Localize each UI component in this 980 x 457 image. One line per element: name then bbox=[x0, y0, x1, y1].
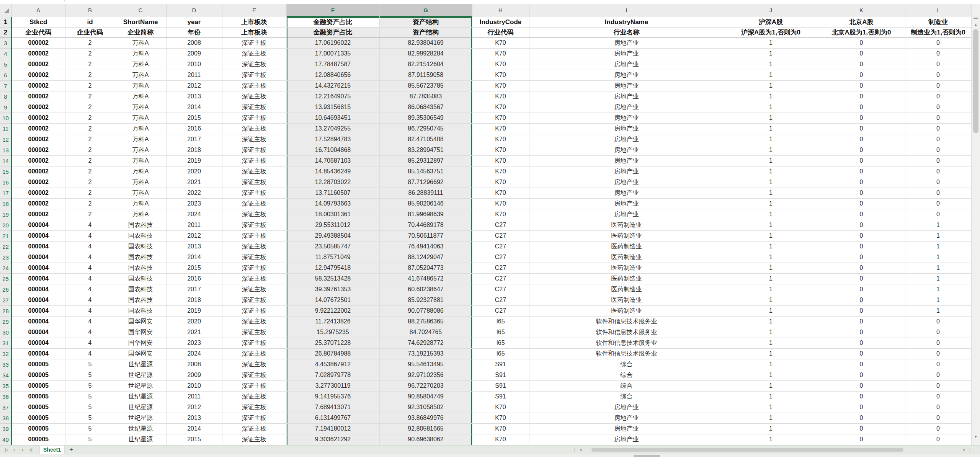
cell-D30[interactable]: 2021 bbox=[166, 327, 222, 338]
cell-E28[interactable]: 深证主板 bbox=[222, 305, 286, 316]
cell-K39[interactable]: 0 bbox=[818, 423, 905, 434]
cell-G32[interactable]: 73.19215393 bbox=[379, 348, 472, 359]
cell-J8[interactable]: 1 bbox=[724, 91, 818, 102]
next-sheet-button[interactable]: › bbox=[20, 446, 25, 454]
column-header-G[interactable]: G bbox=[379, 4, 472, 17]
cell-F22[interactable]: 23.50585747 bbox=[286, 241, 379, 252]
cell-J30[interactable]: 1 bbox=[724, 327, 818, 338]
cell-A26[interactable]: 000004 bbox=[11, 284, 65, 295]
cell-E1[interactable]: 上市板块 bbox=[222, 17, 286, 27]
cell-C17[interactable]: 万科A bbox=[115, 188, 166, 198]
cell-C35[interactable]: 世纪星源 bbox=[115, 380, 166, 391]
cell-C3[interactable]: 万科A bbox=[115, 38, 166, 48]
row-header-27[interactable]: 27 bbox=[0, 295, 11, 305]
cell-H24[interactable]: C27 bbox=[472, 263, 529, 273]
cell-J18[interactable]: 1 bbox=[724, 198, 818, 209]
cell-G7[interactable]: 85.56723785 bbox=[379, 80, 472, 91]
cell-E8[interactable]: 深证主板 bbox=[222, 91, 286, 102]
cell-H23[interactable]: C27 bbox=[472, 252, 529, 263]
cell-F23[interactable]: 11.87571049 bbox=[286, 252, 379, 263]
cell-K17[interactable]: 0 bbox=[818, 188, 905, 198]
cell-C16[interactable]: 万科A bbox=[115, 177, 166, 188]
cell-F13[interactable]: 16.71004868 bbox=[286, 145, 379, 155]
cell-I33[interactable]: 综合 bbox=[529, 359, 724, 370]
cell-E16[interactable]: 深证主板 bbox=[222, 177, 286, 188]
cell-L28[interactable]: 1 bbox=[905, 305, 971, 316]
row-header-32[interactable]: 32 bbox=[0, 348, 11, 359]
row-header-38[interactable]: 38 bbox=[0, 413, 11, 423]
row-header-34[interactable]: 34 bbox=[0, 370, 11, 380]
cell-H35[interactable]: S91 bbox=[472, 380, 529, 391]
cell-G16[interactable]: 87.71296692 bbox=[379, 177, 472, 188]
cell-H20[interactable]: C27 bbox=[472, 220, 529, 230]
cell-H36[interactable]: S91 bbox=[472, 391, 529, 402]
cell-G40[interactable]: 90.69638062 bbox=[379, 434, 472, 445]
cell-G11[interactable]: 86.72950745 bbox=[379, 123, 472, 134]
cell-G36[interactable]: 90.85804749 bbox=[379, 391, 472, 402]
cell-A38[interactable]: 000005 bbox=[11, 413, 65, 423]
cell-I18[interactable]: 房地产业 bbox=[529, 198, 724, 209]
cell-D16[interactable]: 2021 bbox=[166, 177, 222, 188]
cell-F21[interactable]: 29.49388504 bbox=[286, 230, 379, 241]
cell-K1[interactable]: 北京A股 bbox=[818, 17, 905, 27]
cell-I23[interactable]: 医药制造业 bbox=[529, 252, 724, 263]
cell-I36[interactable]: 综合 bbox=[529, 391, 724, 402]
cell-H1[interactable]: IndustryCode bbox=[472, 17, 529, 27]
row-header-19[interactable]: 19 bbox=[0, 209, 11, 220]
cell-I22[interactable]: 医药制造业 bbox=[529, 241, 724, 252]
first-sheet-button[interactable]: |‹ bbox=[3, 446, 10, 454]
cell-K21[interactable]: 0 bbox=[818, 230, 905, 241]
row-header-14[interactable]: 14 bbox=[0, 155, 11, 166]
cell-K31[interactable]: 0 bbox=[818, 338, 905, 348]
cell-D38[interactable]: 2013 bbox=[166, 413, 222, 423]
cell-A36[interactable]: 000005 bbox=[11, 391, 65, 402]
row-header-6[interactable]: 6 bbox=[0, 70, 11, 80]
cell-H7[interactable]: K70 bbox=[472, 80, 529, 91]
cell-C18[interactable]: 万科A bbox=[115, 198, 166, 209]
row-header-37[interactable]: 37 bbox=[0, 402, 11, 413]
cell-J37[interactable]: 1 bbox=[724, 402, 818, 413]
cell-F26[interactable]: 39.39761353 bbox=[286, 284, 379, 295]
last-sheet-button[interactable]: ›| bbox=[28, 446, 34, 454]
cell-B14[interactable]: 2 bbox=[65, 155, 115, 166]
cell-A7[interactable]: 000002 bbox=[11, 80, 65, 91]
cell-I20[interactable]: 医药制造业 bbox=[529, 220, 724, 230]
cell-L27[interactable]: 1 bbox=[905, 295, 971, 305]
column-header-A[interactable]: A bbox=[11, 4, 65, 17]
cell-A5[interactable]: 000002 bbox=[11, 59, 65, 70]
cell-D2[interactable]: 年份 bbox=[166, 27, 222, 38]
cell-E18[interactable]: 深证主板 bbox=[222, 198, 286, 209]
cell-I19[interactable]: 房地产业 bbox=[529, 209, 724, 220]
cell-J23[interactable]: 1 bbox=[724, 252, 818, 263]
cell-I21[interactable]: 医药制造业 bbox=[529, 230, 724, 241]
row-header-5[interactable]: 5 bbox=[0, 59, 11, 70]
cell-G4[interactable]: 82.99928284 bbox=[379, 48, 472, 59]
column-header-F[interactable]: F bbox=[286, 4, 379, 17]
cell-H32[interactable]: I65 bbox=[472, 348, 529, 359]
cell-C30[interactable]: 国华网安 bbox=[115, 327, 166, 338]
cell-E36[interactable]: 深证主板 bbox=[222, 391, 286, 402]
cell-A23[interactable]: 000004 bbox=[11, 252, 65, 263]
cell-H37[interactable]: K70 bbox=[472, 402, 529, 413]
cell-A18[interactable]: 000002 bbox=[11, 198, 65, 209]
cell-H5[interactable]: K70 bbox=[472, 59, 529, 70]
cell-J7[interactable]: 1 bbox=[724, 80, 818, 91]
cell-F11[interactable]: 13.27049255 bbox=[286, 123, 379, 134]
cell-C19[interactable]: 万科A bbox=[115, 209, 166, 220]
cell-K12[interactable]: 0 bbox=[818, 134, 905, 145]
column-header-H[interactable]: H bbox=[472, 4, 529, 17]
cell-A8[interactable]: 000002 bbox=[11, 91, 65, 102]
cell-K15[interactable]: 0 bbox=[818, 166, 905, 177]
add-sheet-button[interactable]: + bbox=[67, 446, 75, 454]
cell-F25[interactable]: 58.32513428 bbox=[286, 273, 379, 284]
cell-G22[interactable]: 76.49414063 bbox=[379, 241, 472, 252]
cell-I26[interactable]: 医药制造业 bbox=[529, 284, 724, 295]
cell-D21[interactable]: 2012 bbox=[166, 230, 222, 241]
cell-L31[interactable]: 0 bbox=[905, 338, 971, 348]
cell-K24[interactable]: 0 bbox=[818, 263, 905, 273]
cell-A27[interactable]: 000004 bbox=[11, 295, 65, 305]
row-header-18[interactable]: 18 bbox=[0, 198, 11, 209]
row-header-17[interactable]: 17 bbox=[0, 188, 11, 198]
cell-A11[interactable]: 000002 bbox=[11, 123, 65, 134]
cell-H38[interactable]: K70 bbox=[472, 413, 529, 423]
